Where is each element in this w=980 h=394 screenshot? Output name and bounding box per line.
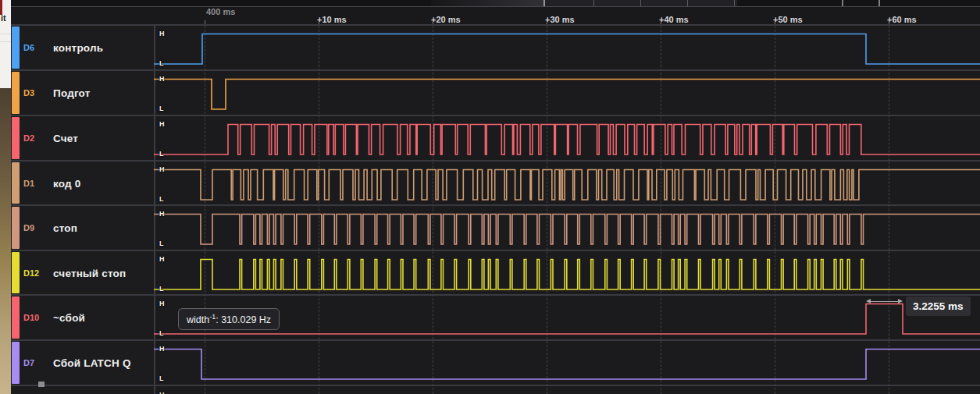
low-level-label: L	[159, 330, 164, 337]
waveform-trace-d2[interactable]	[154, 116, 980, 160]
high-level-label: H	[159, 256, 165, 263]
channel-label-d12[interactable]: D12счетный стоп	[11, 251, 154, 294]
channel-label-d2[interactable]: D2Счет	[11, 116, 154, 160]
channel-id: D6	[23, 43, 50, 52]
channel-label-d6[interactable]: D6контроль	[11, 26, 154, 69]
ruler-anchor-label: 400 ms	[206, 7, 235, 16]
waveform-trace-d6[interactable]	[154, 26, 980, 69]
channel-label-d3[interactable]: D3Подгот	[11, 71, 154, 115]
low-level-label: L	[159, 196, 164, 203]
channel-label-d1[interactable]: D1код 0	[11, 162, 154, 204]
ruler-tick-label: +10 ms	[317, 15, 347, 24]
channel-row-d1: D1код 0HL	[11, 160, 980, 204]
capture-overview-bar[interactable]	[11, 0, 980, 7]
high-level-label: H	[159, 211, 165, 218]
high-level-label: H	[159, 76, 165, 83]
channel-name: код 0	[53, 177, 80, 189]
viewport-edge-marker[interactable]	[842, 0, 843, 6]
high-level-label: H	[159, 300, 165, 307]
channel-id: D12	[23, 268, 50, 278]
channel-label-d7[interactable]: D7Сбой LATCH Q	[11, 341, 154, 385]
channel-row-partial: H	[11, 385, 980, 394]
low-level-label: L	[159, 60, 164, 67]
ruler-tick-mark	[319, 20, 319, 24]
channel-row-d6: D6контрольHL	[11, 24, 980, 69]
channel-row-d7: D7Сбой LATCH QHL	[11, 339, 980, 385]
viewport-edge-marker[interactable]	[878, 0, 880, 6]
waveform-area-d9[interactable]: HL	[154, 206, 980, 250]
channel-id: D9	[23, 223, 50, 232]
waveform-trace-d1[interactable]	[154, 162, 980, 204]
channel-color-bar[interactable]	[12, 162, 20, 204]
background-window-row-divider	[0, 41, 11, 42]
channel-label-d10[interactable]: D10~сбой	[11, 296, 154, 339]
waveform-area-d2[interactable]: HL	[154, 116, 980, 160]
channel-name: Счет	[53, 133, 78, 144]
background-desktop-texture	[0, 88, 11, 394]
measurement-arrow	[866, 299, 903, 304]
overview-divider	[734, 0, 735, 6]
ruler-tick-mark	[547, 20, 547, 24]
channel-row-d12: D12счетный стопHL	[11, 250, 980, 294]
channel-label-partial	[11, 386, 154, 394]
ruler-tick-mark	[205, 20, 205, 24]
channel-color-bar[interactable]	[12, 117, 20, 159]
overview-divider	[640, 0, 641, 6]
low-level-label: L	[159, 240, 164, 247]
ruler-tick-label: +30 ms	[545, 15, 575, 24]
waveform-area-d7[interactable]: HL	[154, 341, 980, 385]
channel-rows: D6контрольHLD3ПодготHLD2СчетHLD1код 0HLD…	[0, 0, 980, 394]
waveform-trace-d9[interactable]	[154, 206, 980, 250]
channel-color-bar[interactable]	[12, 27, 20, 69]
waveform-area-d6[interactable]: HL	[154, 26, 980, 69]
ruler-tick-mark	[433, 20, 433, 24]
background-window-row-divider	[0, 34, 11, 34]
channel-color-bar[interactable]	[12, 72, 20, 114]
waveform-trace-d3[interactable]	[154, 71, 980, 115]
channel-row-d3: D3ПодготHL	[11, 69, 980, 115]
scrollbar-corner[interactable]	[38, 382, 45, 387]
arrow-line	[868, 301, 901, 302]
channel-row-d9: D9стопHL	[11, 204, 980, 250]
arrow-right-head-icon	[898, 299, 903, 303]
overview-segment-handle[interactable]	[543, 0, 545, 6]
overview-divider	[593, 0, 594, 6]
width-frequency-tooltip: width-1: 310.029 Hz	[178, 308, 280, 330]
channel-color-bar[interactable]	[12, 207, 20, 249]
low-level-label: L	[159, 105, 164, 112]
waveform-trace-d12[interactable]	[154, 251, 980, 294]
ruler-tick-label: +40 ms	[659, 15, 689, 24]
waveform-area-d1[interactable]: HL	[154, 162, 980, 204]
tooltip-value: : 310.029 Hz	[216, 314, 271, 325]
channel-color-bar[interactable]	[12, 342, 20, 384]
channel-id: D1	[23, 179, 50, 188]
overview-activity-segment	[545, 0, 737, 6]
channel-id: D2	[23, 133, 50, 143]
channel-name: счетный стоп	[53, 267, 126, 279]
waveform-area-d3[interactable]: HL	[154, 71, 980, 115]
ruler-tick-mark	[661, 20, 661, 24]
channel-name: Подгот	[53, 87, 91, 99]
channel-name: ~сбой	[53, 312, 85, 324]
channel-row-d10: D10~сбойHL	[11, 294, 980, 339]
tooltip-superscript: -1	[209, 313, 216, 321]
channel-color-bar[interactable]	[12, 296, 20, 339]
measurement-value-badge: 3.2255 ms	[906, 296, 971, 316]
waveform-trace-d7[interactable]	[154, 341, 980, 385]
waveform-area-d12[interactable]: HL	[154, 251, 980, 294]
low-level-label: L	[159, 286, 164, 293]
channel-label-d9[interactable]: D9стоп	[11, 206, 154, 250]
ruler-tick-label: +20 ms	[431, 15, 461, 24]
high-level-label: H	[159, 121, 165, 128]
channel-color-bar[interactable]	[12, 252, 20, 293]
low-level-label: L	[159, 151, 164, 158]
low-level-label: L	[159, 375, 164, 382]
channel-row-d2: D2СчетHL	[11, 115, 980, 160]
high-level-label: H	[159, 30, 165, 37]
high-level-label: H	[159, 346, 165, 353]
ruler-tick-label: +50 ms	[773, 15, 803, 24]
overview-activity-gradient	[431, 0, 545, 6]
ruler-tick-label: +60 ms	[887, 15, 917, 24]
tooltip-prefix: width	[187, 314, 209, 325]
time-ruler[interactable]: 400 ms+10 ms+20 ms+30 ms+40 ms+50 ms+60 …	[11, 7, 980, 24]
